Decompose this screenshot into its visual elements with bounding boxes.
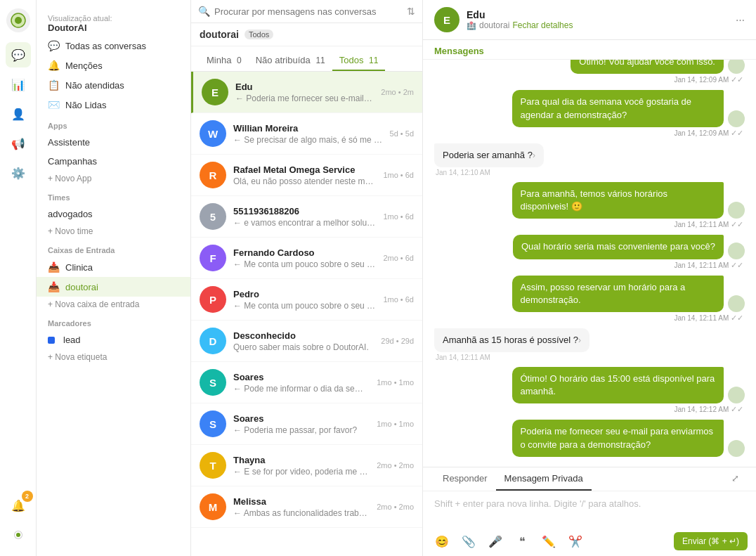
conv-avatar: R [200, 162, 226, 188]
conv-meta: 2mo • 2mo [377, 503, 414, 511]
sidebar-item-clinica[interactable]: 📥 Clinica [37, 257, 190, 277]
msg-expand-icon[interactable]: › [533, 150, 535, 160]
chat-area: E Edu 🏥 doutorai Fechar detalhes ⋯ Mensa… [423, 0, 756, 556]
conversation-panel: 🔍 ⇅ doutorai Todos Minha 0 Não atribuída… [191, 0, 423, 556]
conv-meta: 2mo • 6d [383, 254, 414, 262]
conv-name: Desconhecido [233, 330, 374, 341]
msg-bubble: Poderia me fornecer seu e-mail para envi… [512, 420, 724, 456]
conv-preview: ← E se for por video, poderia me passa..… [233, 467, 370, 477]
conversation-item-11[interactable]: M Melissa ← Ambas as funcionalidades tra… [191, 486, 422, 528]
conversations-icon: 💬 [48, 40, 60, 51]
input-tab-responder[interactable]: Responder [434, 467, 496, 491]
sidebar-item-doutorai[interactable]: 📥 doutorai [37, 277, 190, 297]
send-button[interactable]: Enviar (⌘ + ↵) [674, 532, 748, 550]
msg-expand-icon[interactable]: › [578, 335, 581, 345]
nav-chat-icon[interactable]: 💬 [6, 42, 31, 67]
msg-time: Jan 14, 12:11 AM ✓✓ [672, 313, 745, 323]
sidebar-item-campaigns[interactable]: Campanhas [37, 152, 190, 171]
new-label-button[interactable]: + Nova etiqueta [37, 349, 190, 365]
new-app-label: + Novo App [48, 174, 91, 183]
audio-icon[interactable]: 🎤 [485, 531, 506, 552]
visualization-header: Visualização atual: DoutorAI [37, 7, 190, 36]
new-app-button[interactable]: + Novo App [37, 171, 190, 186]
conversation-item-6[interactable]: P Pedro ← Me conta um pouco sobre o seu … [191, 279, 422, 321]
chat-contact-name: Edu [467, 9, 573, 20]
close-details-link[interactable]: Fechar detalhes [512, 20, 573, 30]
conv-time: 2mo • 6d [383, 254, 414, 262]
quote-icon[interactable]: ❝ [511, 531, 533, 552]
conv-avatar: S [200, 410, 226, 437]
conversation-item-4[interactable]: 5 5511936188206 ← e vamos encontrar a me… [191, 196, 422, 238]
conv-info: Pedro ← Me conta um pouco sobre o seu ne… [233, 289, 376, 311]
message-row-2: Ótimo! Vou ajudar você com isso. Jan 14,… [571, 60, 745, 84]
message-row-5: Para amanhã, temos vários horários dispo… [512, 182, 745, 229]
conv-meta: 29d • 29d [381, 337, 414, 345]
sidebar-item-unread[interactable]: ✉️ Não Lidas [37, 95, 190, 115]
conv-name: Willian Moreira [233, 123, 383, 134]
tab-todos[interactable]: Todos 11 [332, 51, 386, 71]
nav-settings-icon[interactable]: ⚙️ [6, 160, 31, 186]
unread-icon: ✉️ [48, 99, 60, 110]
msg-time: Jan 14, 12:11 AM [434, 354, 589, 361]
conv-preview: ← Me conta um pouco sobre o seu neg... [233, 259, 376, 269]
outgoing-avatar [728, 387, 745, 403]
msg-bubble-wrap: Poderia me fornecer seu e-mail para envi… [512, 420, 745, 456]
outgoing-avatar [728, 202, 745, 219]
messages-label: Mensagens [423, 40, 756, 60]
nav-contacts-icon[interactable]: 👤 [6, 101, 31, 127]
sidebar-item-lead[interactable]: lead [37, 330, 190, 349]
search-input[interactable] [214, 6, 403, 17]
outgoing-avatar [728, 440, 745, 457]
conversation-item-5[interactable]: F Fernando Cardoso ← Me conta um pouco s… [191, 238, 422, 279]
conv-time: 2mo • 2mo [377, 461, 414, 470]
sidebar-item-unattended[interactable]: 📋 Não atendidas [37, 75, 190, 95]
scissors-icon[interactable]: ✂️ [565, 531, 586, 552]
emoji-picker-icon[interactable]: 😊 [431, 531, 452, 552]
conversation-item-8[interactable]: S Soares ← Pode me informar o dia da sem… [191, 362, 422, 403]
expand-icon[interactable]: ⤢ [726, 467, 745, 491]
attachment-icon[interactable]: 📎 [458, 531, 479, 552]
msg-bubble: Ótimo! Vou ajudar você com isso. [571, 60, 724, 74]
conv-name: Melissa [233, 496, 370, 507]
user-avatar-icon[interactable] [6, 522, 31, 548]
msg-bubble-wrap: Assim, posso reservar um horário para a … [512, 276, 745, 312]
conv-preview: Quero saber mais sobre o DoutorAI. [233, 342, 374, 352]
input-tab-privada[interactable]: Mensagem Privada [496, 467, 592, 491]
assistant-label: Assistente [48, 137, 90, 148]
icon-bar: 💬 📊 👤 📢 ⚙️ 🔔 2 [0, 0, 37, 556]
visualization-label: Visualização atual: [48, 14, 179, 22]
chat-header-info: Edu 🏥 doutorai Fechar detalhes [467, 9, 573, 30]
conversation-item-3[interactable]: R Rafael Metal Omega Service Olá, eu não… [191, 155, 422, 196]
conversation-item-10[interactable]: T Thayna ← E se for por video, poderia m… [191, 445, 422, 486]
sidebar-item-conversations[interactable]: 💬 Todas as conversas [37, 36, 190, 56]
conv-meta: 1mo • 6d [383, 171, 414, 179]
notification-bell-icon[interactable]: 🔔 2 [6, 493, 31, 518]
conversation-item-7[interactable]: D Desconhecido Quero saber mais sobre o … [191, 321, 422, 362]
new-inbox-button[interactable]: + Nova caixa de entrada [37, 297, 190, 312]
chat-messages: Olá, gostaria de agendar uma demonstraçã… [423, 60, 756, 467]
tab-minha[interactable]: Minha 0 [200, 51, 249, 71]
sidebar-item-mentions[interactable]: 🔔 Menções [37, 56, 190, 75]
conv-name: Soares [233, 372, 370, 382]
msg-bubble-wrap: Para amanhã, temos vários horários dispo… [512, 182, 745, 219]
conversation-item-1[interactable]: E Edu ← Poderia me fornecer seu e-mail p… [191, 72, 422, 113]
new-inbox-label: + Nova caixa de entrada [48, 299, 139, 309]
conv-name: Rafael Metal Omega Service [233, 164, 376, 175]
chat-action-icon-1[interactable]: ⋯ [736, 15, 745, 25]
chat-input-placeholder[interactable]: Shift + enter para nova linha. Digite '/… [423, 491, 756, 526]
nav-campaigns-icon[interactable]: 📢 [6, 131, 31, 156]
new-team-button[interactable]: + Novo time [37, 224, 190, 239]
msg-bubble: Poderia ser amanhã ?› [434, 143, 544, 167]
conversation-item-9[interactable]: S Soares ← Poderia me passar, por favor?… [191, 403, 422, 445]
unattended-label: Não atendidas [65, 80, 124, 91]
edit-icon[interactable]: ✏️ [538, 531, 559, 552]
sidebar-item-assistant[interactable]: Assistente [37, 133, 190, 152]
sidebar-item-advogados[interactable]: advogados [37, 205, 190, 224]
conversation-item-2[interactable]: W Willian Moreira ← Se precisar de algo … [191, 113, 422, 155]
filter-icon[interactable]: ⇅ [407, 6, 415, 17]
conv-avatar: E [202, 79, 228, 105]
tab-nao-atribuida[interactable]: Não atribuída 11 [249, 51, 332, 71]
nav-reports-icon[interactable]: 📊 [6, 72, 31, 97]
conv-meta: 2mo • 2mo [377, 461, 414, 470]
msg-bubble: Para amanhã, temos vários horários dispo… [512, 182, 724, 219]
